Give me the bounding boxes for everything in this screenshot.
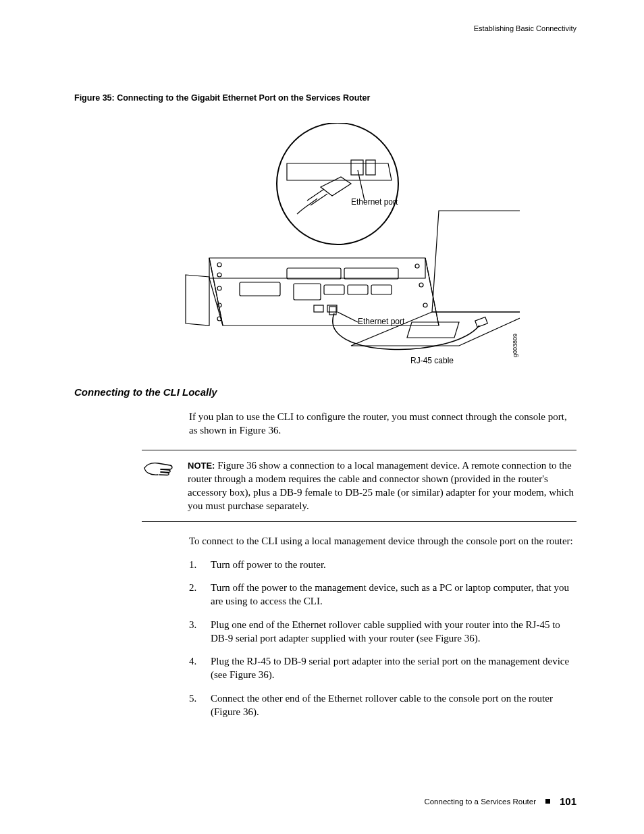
page: Establishing Basic Connectivity Figure 3… bbox=[0, 0, 644, 834]
section-heading: Connecting to the CLI Locally bbox=[74, 386, 576, 398]
svg-point-6 bbox=[419, 283, 423, 287]
note-label: NOTE: bbox=[188, 461, 215, 471]
svg-rect-20 bbox=[351, 160, 363, 175]
svg-point-0 bbox=[217, 263, 221, 267]
svg-point-7 bbox=[423, 303, 427, 307]
list-item: Plug one end of the Ethernet rollover ca… bbox=[189, 618, 576, 646]
list-item: Connect the other end of the Ethernet ro… bbox=[189, 692, 576, 719]
svg-rect-14 bbox=[371, 285, 392, 294]
figure-label-rj45: RJ-45 cable bbox=[410, 356, 454, 365]
svg-rect-8 bbox=[240, 282, 280, 296]
svg-point-1 bbox=[217, 273, 221, 277]
svg-line-23 bbox=[338, 312, 358, 322]
figure-label-gcode: g003809 bbox=[512, 334, 518, 357]
intro-paragraph: If you plan to use the CLI to configure … bbox=[189, 410, 576, 438]
running-head: Establishing Basic Connectivity bbox=[74, 24, 576, 32]
svg-rect-13 bbox=[348, 285, 368, 294]
steps-list: Turn off power to the router. Turn off t… bbox=[189, 558, 576, 719]
svg-point-5 bbox=[415, 264, 419, 268]
svg-rect-18 bbox=[475, 317, 487, 328]
footer-square-icon bbox=[545, 799, 550, 804]
note-hand-icon bbox=[142, 459, 176, 513]
figure-illustration: Ethernet port Ethernet port RJ-45 cable … bbox=[142, 123, 520, 366]
list-item: Turn off power to the router. bbox=[189, 558, 576, 571]
note-text: NOTE: Figure 36 show a connection to a l… bbox=[188, 459, 576, 513]
footer-section-title: Connecting to a Services Router bbox=[424, 798, 536, 806]
svg-rect-10 bbox=[344, 268, 398, 279]
figure-caption: Figure 35: Connecting to the Gigabit Eth… bbox=[74, 93, 576, 103]
lead-in-paragraph: To connect to the CLI using a local mana… bbox=[189, 534, 576, 548]
svg-rect-15 bbox=[314, 305, 323, 312]
svg-rect-21 bbox=[366, 160, 375, 175]
page-footer: Connecting to a Services Router 101 bbox=[424, 796, 576, 807]
note-block: NOTE: Figure 36 show a connection to a l… bbox=[142, 450, 576, 522]
figure-label-ethernet-port-2: Ethernet port bbox=[358, 317, 404, 326]
list-item: Plug the RJ-45 to DB-9 serial port adapt… bbox=[189, 654, 576, 682]
list-item: Turn off the power to the management dev… bbox=[189, 581, 576, 608]
svg-rect-17 bbox=[329, 307, 336, 315]
svg-point-19 bbox=[277, 123, 398, 244]
page-number: 101 bbox=[560, 796, 576, 807]
svg-rect-12 bbox=[324, 285, 344, 294]
figure-label-ethernet-port-1: Ethernet port bbox=[351, 197, 398, 207]
svg-rect-9 bbox=[287, 268, 341, 279]
svg-rect-11 bbox=[294, 284, 321, 300]
svg-point-2 bbox=[217, 286, 221, 290]
note-body: Figure 36 show a connection to a local m… bbox=[188, 460, 574, 512]
router-diagram-svg bbox=[142, 123, 520, 366]
